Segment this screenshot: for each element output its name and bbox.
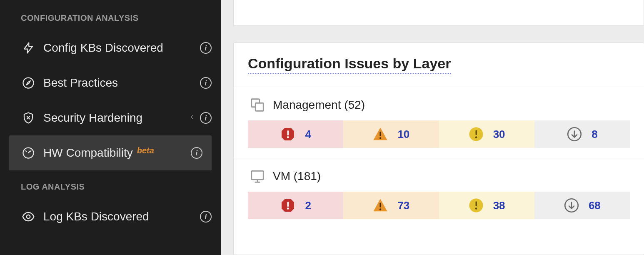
svg-rect-11: [255, 103, 263, 111]
sidebar: CONFIGURATION ANALYSIS Config KBs Discov…: [0, 0, 221, 255]
svg-rect-23: [252, 171, 264, 180]
svg-point-9: [27, 215, 30, 219]
severity-info[interactable]: 68: [534, 192, 630, 219]
layer-name: VM (181): [273, 170, 321, 183]
svg-point-28: [287, 208, 289, 210]
severity-critical[interactable]: 4: [248, 120, 343, 148]
chevron-left-icon: [188, 113, 196, 122]
layer-name: Management (52): [273, 98, 365, 112]
main-content: Configuration Issues by Layer Management…: [221, 0, 644, 255]
info-icon[interactable]: i: [200, 42, 212, 54]
severity-count: 4: [305, 128, 311, 141]
svg-point-20: [475, 136, 477, 138]
sidebar-section-config-analysis: CONFIGURATION ANALYSIS: [0, 8, 221, 30]
shield-x-icon: [21, 110, 36, 125]
svg-line-7: [30, 151, 31, 152]
svg-rect-33: [475, 201, 477, 206]
critical-icon: [280, 126, 296, 142]
eye-icon: [21, 209, 36, 224]
severity-count: 10: [397, 128, 409, 141]
svg-marker-0: [24, 43, 32, 53]
sidebar-item-label: Best Practices: [43, 76, 118, 90]
svg-point-31: [379, 208, 381, 210]
severity-count: 73: [397, 199, 409, 212]
severity-warning[interactable]: 73: [343, 192, 439, 219]
severity-warning[interactable]: 10: [343, 120, 439, 148]
severity-bar: 2 73: [248, 192, 630, 219]
lightning-icon: [21, 40, 36, 55]
severity-count: 8: [592, 128, 597, 141]
warning-icon: [372, 126, 388, 142]
svg-rect-19: [475, 130, 477, 135]
svg-line-8: [28, 151, 30, 153]
svg-point-17: [379, 137, 381, 139]
sidebar-item-best-practices[interactable]: Best Practices i: [0, 65, 221, 100]
svg-line-6: [26, 151, 27, 152]
gauge-icon: [21, 145, 36, 160]
layer-row-management[interactable]: Management (52) 4: [234, 87, 644, 158]
top-card-placeholder: [233, 0, 644, 26]
info-icon[interactable]: i: [200, 77, 212, 89]
compass-icon: [21, 75, 36, 90]
severity-count: 2: [305, 199, 311, 212]
sidebar-item-label: Security Hardening: [43, 111, 142, 125]
severity-moderate[interactable]: 38: [439, 192, 534, 219]
sidebar-item-label: Log KBs Discovered: [43, 210, 149, 223]
critical-icon: [280, 198, 296, 213]
sidebar-section-log-analysis: LOG ANALYSIS: [0, 170, 221, 199]
info-down-icon: [564, 198, 579, 213]
management-icon: [248, 96, 267, 114]
panel-title: Configuration Issues by Layer: [248, 55, 451, 74]
sidebar-item-config-kbs[interactable]: Config KBs Discovered i: [0, 30, 221, 65]
severity-critical[interactable]: 2: [248, 192, 343, 219]
svg-rect-13: [287, 130, 289, 135]
sidebar-item-hw-compatibility[interactable]: HW Compatibility beta i: [9, 135, 212, 170]
info-down-icon: [567, 126, 582, 142]
moderate-icon: [468, 126, 484, 142]
svg-marker-2: [26, 81, 30, 85]
sidebar-item-security-hardening[interactable]: Security Hardening i: [0, 100, 221, 135]
sidebar-item-log-kbs[interactable]: Log KBs Discovered i: [0, 199, 221, 234]
info-icon[interactable]: i: [191, 147, 202, 159]
svg-rect-27: [287, 202, 289, 207]
severity-info[interactable]: 8: [534, 120, 630, 148]
moderate-icon: [468, 198, 484, 213]
svg-rect-30: [380, 203, 381, 208]
sidebar-item-label: Config KBs Discovered: [43, 41, 163, 55]
svg-rect-16: [380, 132, 381, 136]
vm-icon: [248, 168, 267, 185]
beta-badge: beta: [137, 146, 154, 155]
severity-bar: 4 10: [248, 120, 630, 148]
layer-row-vm[interactable]: VM (181) 2: [234, 158, 644, 229]
svg-point-34: [475, 208, 477, 210]
sidebar-item-label: HW Compatibility: [43, 146, 133, 160]
svg-point-1: [23, 78, 34, 88]
layer-header: Management (52): [248, 96, 630, 114]
info-icon[interactable]: i: [200, 112, 212, 124]
severity-moderate[interactable]: 30: [439, 120, 534, 148]
svg-point-14: [287, 136, 289, 138]
severity-count: 68: [589, 199, 601, 212]
severity-count: 38: [493, 199, 505, 212]
warning-icon: [372, 198, 388, 213]
info-icon[interactable]: i: [200, 211, 212, 222]
layer-header: VM (181): [248, 168, 630, 185]
severity-count: 30: [493, 128, 505, 141]
issues-panel: Configuration Issues by Layer Management…: [233, 42, 644, 255]
